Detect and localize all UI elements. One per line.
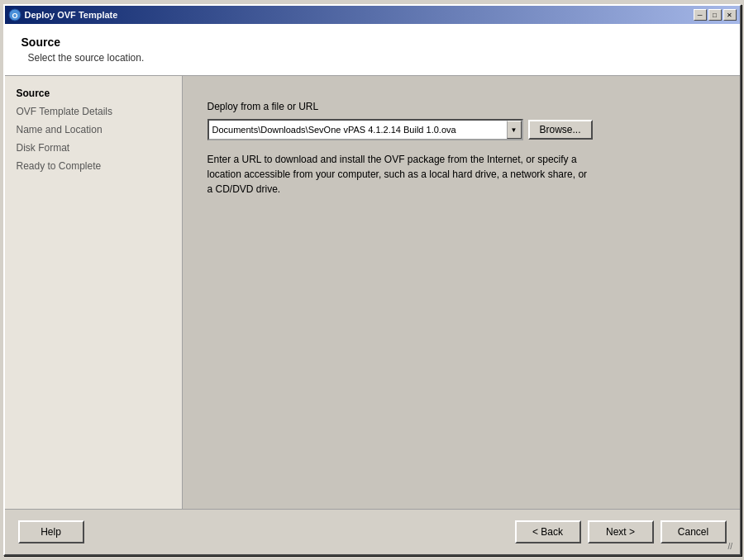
description-text: Enter a URL to download and install the … [207,152,588,197]
help-button[interactable]: Help [18,520,84,543]
close-button[interactable]: ✕ [723,9,737,21]
next-button[interactable]: Next > [588,520,654,543]
deploy-label: Deploy from a file or URL [207,101,715,112]
cancel-button[interactable]: Cancel [661,520,727,543]
window-icon: O [8,8,21,21]
header-title: Source [21,36,723,49]
browse-button[interactable]: Browse... [528,120,593,140]
url-input[interactable] [209,121,507,139]
header: Source Select the source location. [5,24,740,76]
resize-grip[interactable]: // [728,543,738,553]
main-content: Source OVF Template Details Name and Loc… [5,76,740,509]
url-row: ▼ Browse... [207,119,715,140]
header-subtitle: Select the source location. [28,52,723,64]
sidebar-item-ready-to-complete[interactable]: Ready to Complete [5,157,182,175]
sidebar-item-source[interactable]: Source [5,84,182,102]
content-panel: Deploy from a file or URL ▼ Browse... En… [183,76,740,509]
back-button[interactable]: < Back [515,520,581,543]
footer-right: < Back Next > Cancel [515,520,727,543]
sidebar: Source OVF Template Details Name and Loc… [5,76,183,509]
maximize-button[interactable]: □ [708,9,722,21]
url-dropdown-button[interactable]: ▼ [507,121,522,139]
window-controls: ─ □ ✕ [694,9,737,21]
minimize-button[interactable]: ─ [694,9,707,21]
title-bar: O Deploy OVF Template ─ □ ✕ [5,6,740,24]
sidebar-item-ovf-template-details[interactable]: OVF Template Details [5,102,182,121]
svg-text:O: O [12,12,17,20]
main-window: O Deploy OVF Template ─ □ ✕ Source Selec… [3,4,742,556]
footer: Help < Back Next > Cancel [5,509,740,554]
url-combobox[interactable]: ▼ [207,119,523,140]
window-title: Deploy OVF Template [25,10,694,20]
footer-left: Help [18,520,515,543]
sidebar-item-name-and-location[interactable]: Name and Location [5,121,182,139]
sidebar-item-disk-format[interactable]: Disk Format [5,139,182,157]
